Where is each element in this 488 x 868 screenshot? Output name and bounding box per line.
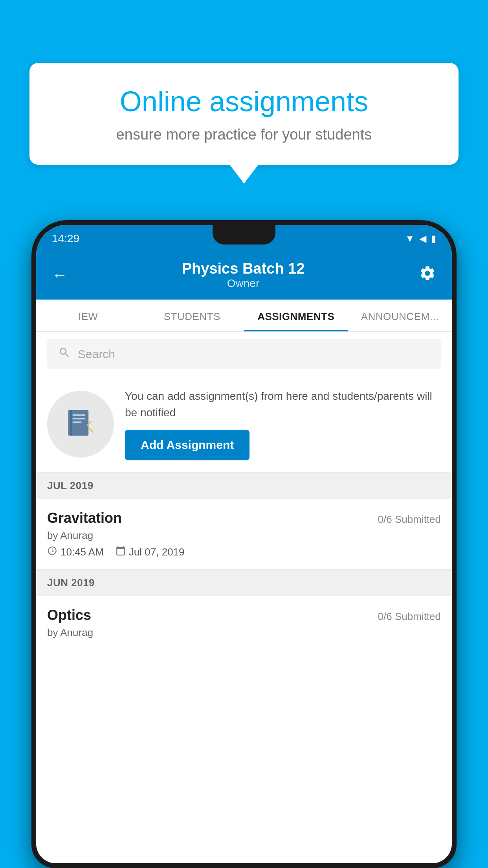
- settings-button[interactable]: [419, 265, 436, 285]
- tab-announcements[interactable]: ANNOUNCEM...: [348, 300, 452, 331]
- assignment-meta-gravitation: 10:45 AM Jul 07, 2019: [47, 546, 441, 558]
- svg-rect-6: [88, 428, 94, 433]
- search-placeholder: Search: [78, 348, 115, 361]
- speech-bubble-title: Online assignments: [53, 85, 435, 118]
- tab-students[interactable]: STUDENTS: [140, 300, 244, 331]
- speech-bubble-container: Online assignments ensure more practice …: [29, 63, 459, 165]
- phone-frame: 14:29 ▼ ◀ ▮ ← Physics Batch 12 Owner: [31, 220, 457, 868]
- wifi-icon: ▼: [405, 233, 415, 244]
- calendar-icon: [116, 546, 126, 558]
- assignment-row1-optics: Optics 0/6 Submitted: [47, 607, 441, 623]
- search-bar[interactable]: Search: [47, 339, 441, 369]
- signal-icon: ◀: [419, 233, 426, 244]
- assignment-title-gravitation: Gravitation: [47, 510, 122, 526]
- assignment-submitted-gravitation: 0/6 Submitted: [378, 513, 441, 526]
- add-assignment-promo: You can add assignment(s) from here and …: [36, 376, 452, 473]
- gear-icon: [419, 265, 436, 282]
- back-button[interactable]: ←: [52, 266, 68, 284]
- svg-rect-4: [73, 421, 82, 423]
- phone-notch: [213, 225, 275, 245]
- app-header: ← Physics Batch 12 Owner: [36, 252, 452, 300]
- speech-bubble: Online assignments ensure more practice …: [29, 63, 459, 165]
- assignment-time-text: 10:45 AM: [61, 546, 104, 558]
- phone-inner: 14:29 ▼ ◀ ▮ ← Physics Batch 12 Owner: [36, 225, 452, 863]
- svg-rect-1: [70, 410, 72, 436]
- assignment-by-optics: by Anurag: [47, 627, 441, 639]
- add-assignment-button[interactable]: Add Assignment: [125, 430, 250, 460]
- tabs-bar: IEW STUDENTS ASSIGNMENTS ANNOUNCEM...: [36, 300, 452, 332]
- battery-icon: ▮: [431, 233, 436, 244]
- search-container: Search: [36, 332, 452, 376]
- month-header-jul: JUL 2019: [36, 473, 452, 499]
- assignment-by-gravitation: by Anurag: [47, 530, 441, 542]
- clock-icon: [47, 546, 57, 558]
- tab-iew[interactable]: IEW: [36, 300, 140, 331]
- assignment-date-text: Jul 07, 2019: [129, 546, 185, 558]
- assignment-title-optics: Optics: [47, 607, 91, 623]
- promo-content: You can add assignment(s) from here and …: [125, 388, 441, 460]
- promo-icon-circle: [47, 391, 114, 458]
- month-header-jun: JUN 2019: [36, 570, 452, 596]
- assignment-item-optics[interactable]: Optics 0/6 Submitted by Anurag: [36, 596, 452, 654]
- status-time: 14:29: [52, 232, 79, 245]
- header-title: Physics Batch 12: [182, 260, 305, 277]
- svg-rect-2: [73, 414, 85, 416]
- promo-text: You can add assignment(s) from here and …: [125, 388, 441, 421]
- assignment-item-gravitation[interactable]: Gravitation 0/6 Submitted by Anurag 10:4…: [36, 499, 452, 570]
- notebook-icon: [63, 406, 98, 442]
- speech-bubble-subtitle: ensure more practice for your students: [53, 126, 435, 143]
- assignment-submitted-optics: 0/6 Submitted: [378, 611, 441, 623]
- tab-assignments[interactable]: ASSIGNMENTS: [244, 300, 348, 331]
- search-icon: [58, 346, 71, 362]
- assignment-time-gravitation: 10:45 AM: [47, 546, 104, 558]
- assignment-date-gravitation: Jul 07, 2019: [116, 546, 185, 558]
- svg-rect-3: [73, 418, 85, 419]
- header-center: Physics Batch 12 Owner: [182, 260, 305, 290]
- header-subtitle: Owner: [182, 277, 305, 290]
- assignment-row1: Gravitation 0/6 Submitted: [47, 510, 441, 526]
- status-icons: ▼ ◀ ▮: [405, 233, 436, 244]
